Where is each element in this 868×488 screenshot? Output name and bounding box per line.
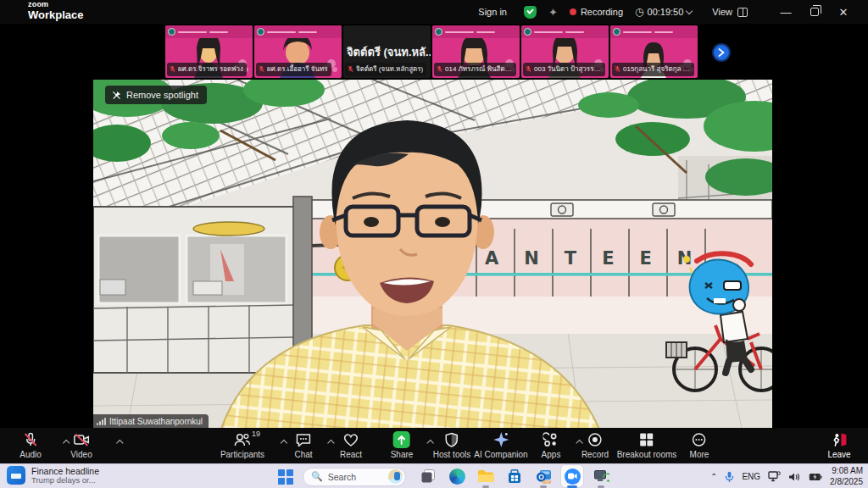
muted-mic-icon (23, 431, 38, 448)
audio-label: Audio (19, 450, 42, 459)
participant-thumbnail-5[interactable]: 003 วันนิดา ป้าสุวรรณ แป้ง (521, 25, 609, 78)
network-icon[interactable] (768, 471, 781, 482)
chat-button[interactable]: Chat (294, 431, 312, 459)
meeting-toolbar: Audio Video 19 Participants Chat (0, 428, 868, 463)
breakout-rooms-button[interactable]: Breakout rooms (617, 431, 677, 459)
view-label: View (712, 7, 732, 17)
view-grid-icon (737, 8, 748, 17)
muted-camera-icon (73, 431, 90, 448)
participant-name-tag: 014 ภัทรภรณ์ พินสีดา (แ... (434, 63, 516, 76)
video-button[interactable]: Video (70, 431, 92, 459)
close-button[interactable]: ✕ (829, 0, 858, 24)
participant-filmstrip: ผศ.ดร.จิราพร รอดพ่วง ผศ.ดร.เอื้ออารี จัน… (0, 24, 868, 80)
volume-icon[interactable] (788, 472, 801, 482)
participant-name: 014 ภัทรภรณ์ พินสีดา (แ... (445, 64, 513, 75)
chevron-down-icon[interactable] (686, 7, 693, 14)
task-view-button[interactable] (417, 465, 439, 487)
participant-thumbnail-2[interactable]: ผศ.ดร.เอื้ออารี จันทร (254, 25, 342, 78)
filmstrip-next-page-button[interactable] (712, 43, 731, 62)
share-button[interactable]: Share (391, 431, 414, 459)
search-daily-image-icon[interactable] (388, 469, 403, 484)
record-button[interactable]: Record (581, 431, 609, 459)
remove-spotlight-button[interactable]: Remove spotlight (105, 86, 207, 104)
record-label: Record (581, 450, 609, 459)
meeting-timer[interactable]: ◷ 00:19:50 (635, 6, 692, 18)
restore-button[interactable] (800, 0, 829, 24)
participants-options-chevron[interactable] (281, 440, 287, 446)
participant-name: จิตต์ตรี (จนท.หลักสูตร) (356, 64, 423, 75)
react-button[interactable]: React (340, 431, 362, 459)
timer-value: 00:19:50 (648, 7, 684, 17)
participant-name-tag: 003 วันนิดา ป้าสุวรรณ แป้ง (523, 63, 605, 76)
audio-options-chevron[interactable] (63, 440, 70, 446)
tray-mic-icon[interactable] (725, 471, 734, 483)
search-icon: 🔍 (311, 471, 323, 482)
participants-icon: 19 (233, 431, 252, 448)
remote-desktop-button[interactable] (590, 465, 612, 487)
participant-name-tag: จิตต์ตรี (จนท.หลักสูตร) (345, 63, 426, 76)
participant-name-tag: ผศ.ดร.เอื้ออารี จันทร (256, 63, 331, 76)
muted-mic-icon (437, 65, 442, 73)
leave-button[interactable]: Leave (827, 431, 850, 459)
ai-companion-button[interactable]: AI Companion (474, 431, 527, 459)
taskbar-clock[interactable]: 9:08 AM 2/8/2025 (830, 466, 863, 487)
view-button[interactable]: View (712, 7, 748, 17)
more-button[interactable]: More (690, 431, 709, 459)
minimize-button[interactable]: — (771, 0, 800, 24)
widget-subheadline: Trump delays or... (31, 476, 99, 485)
record-icon (587, 431, 603, 448)
ai-sparkle-icon[interactable]: ✦ (548, 6, 558, 19)
host-tools-button[interactable]: Host tools (433, 431, 470, 459)
video-options-chevron[interactable] (116, 440, 123, 446)
participants-label: Participants (220, 450, 264, 459)
zoom-app-button[interactable] (561, 465, 583, 487)
windows-taskbar: Finance headline Trump delays or... 🔍 Se… (0, 463, 868, 488)
language-indicator[interactable]: ENG (742, 472, 760, 481)
battery-icon[interactable] (809, 473, 822, 481)
window-title-bar: zoom Workplace Sign in ✦ Recording ◷ 00:… (0, 0, 868, 24)
chevron-right-icon (718, 48, 725, 57)
chat-options-chevron[interactable] (327, 440, 334, 446)
canteen-sign-text: ANTEEN (485, 248, 717, 269)
participant-display-name: จิตต์ตรี (จนท.หลั... (343, 43, 431, 61)
taskbar-search[interactable]: 🔍 Search (303, 468, 406, 486)
outlook-button[interactable]: ONEW (532, 465, 554, 487)
edge-browser-button[interactable] (446, 465, 468, 487)
ai-companion-sparkle-icon (492, 431, 509, 448)
muted-mic-icon (348, 65, 353, 73)
apps-label: Apps (542, 450, 561, 459)
muted-mic-icon (170, 65, 175, 73)
university-logo-icon (168, 28, 175, 36)
outlook-new-badge: NEW (542, 480, 551, 485)
recording-label: Recording (581, 7, 623, 17)
audio-button[interactable]: Audio (19, 431, 42, 459)
sign-in-link[interactable]: Sign in (478, 7, 507, 17)
news-widget[interactable]: Finance headline Trump delays or... (7, 466, 99, 485)
host-tools-label: Host tools (433, 450, 470, 459)
participant-name: ผศ.ดร.เอื้ออารี จันทร (267, 64, 328, 75)
participant-thumbnail-1[interactable]: ผศ.ดร.จิราพร รอดพ่วง (165, 25, 253, 78)
audio-level-icon (97, 418, 106, 425)
start-button[interactable] (278, 469, 293, 485)
thumbnail-banner (610, 25, 698, 38)
apps-icon (543, 431, 559, 448)
leave-label: Leave (827, 450, 850, 459)
react-label: React (340, 450, 362, 459)
participant-thumbnail-6[interactable]: 015กุลนารี สุจริตกุล มุมปี... (610, 25, 698, 78)
search-placeholder: Search (328, 472, 383, 482)
system-tray: ⌃ ENG 9:08 AM 2/8/2025 (710, 464, 863, 488)
participants-button[interactable]: 19 Participants (220, 431, 264, 459)
heart-icon (342, 431, 359, 448)
breakout-rooms-label: Breakout rooms (617, 450, 677, 459)
microsoft-store-button[interactable] (504, 465, 526, 487)
participant-thumbnail-3[interactable]: จิตต์ตรี (จนท.หลั... จิตต์ตรี (จนท.หลักส… (343, 25, 431, 78)
file-explorer-button[interactable] (475, 465, 497, 487)
apps-button[interactable]: Apps (542, 431, 561, 459)
security-shield-icon[interactable] (524, 6, 537, 19)
zoom-meeting-window: zoom Workplace Sign in ✦ Recording ◷ 00:… (0, 0, 868, 488)
more-label: More (690, 450, 709, 459)
tray-time: 9:08 AM (830, 466, 863, 477)
tray-overflow-chevron-icon[interactable]: ⌃ (710, 472, 717, 481)
participant-thumbnail-4[interactable]: 014 ภัทรภรณ์ พินสีดา (แ... (432, 25, 520, 78)
tray-date: 2/8/2025 (830, 477, 863, 488)
